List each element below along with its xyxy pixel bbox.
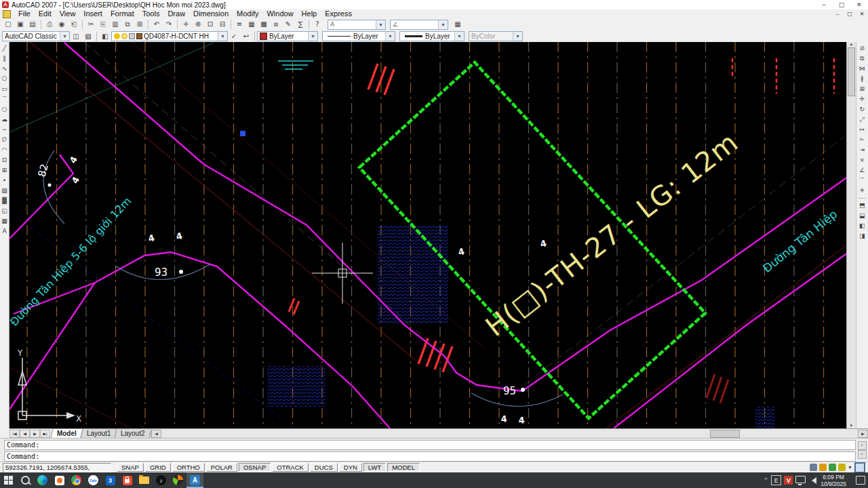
tray-settings-arrow[interactable]: ▼ [848,465,852,470]
copy-clip-button[interactable]: ⎘ [97,19,109,30]
rotate-button[interactable]: ↻ [857,104,867,114]
scrollbar-thumb[interactable] [710,430,740,438]
explode-button[interactable]: ✳ [857,186,867,195]
tiktok-taskbar-button[interactable]: ♪ [153,472,170,488]
match-properties-button[interactable]: ⧉ [121,19,134,30]
hatch-button[interactable]: ▨ [0,186,9,195]
circle-button[interactable]: ○ [0,104,9,114]
zoom-realtime-button[interactable]: ⊕ [192,19,204,30]
start-button[interactable] [0,472,17,488]
gradient-button[interactable]: ▓ [0,196,9,205]
draworder-front-button[interactable]: ⬒ [857,201,867,210]
offset-button[interactable]: ∦ [857,74,867,83]
extend-button[interactable]: ⇥ [857,145,867,155]
tab-nav-2[interactable]: ▶ [30,430,40,438]
toggle-snap[interactable]: SNAP [117,463,144,472]
photos-taskbar-button[interactable] [51,472,68,488]
hidden-icons-chevron[interactable]: ⌃ [764,477,769,484]
table-button[interactable]: ▦ [0,216,9,226]
designcenter-button[interactable]: ▦ [245,19,258,30]
revcloud-button[interactable]: ☁ [0,115,9,124]
polyline-button[interactable]: ∿ [0,64,9,73]
toggle-model[interactable]: MODEL [387,463,420,472]
pan-button[interactable]: ✛ [180,19,192,30]
autocad-taskbar-button[interactable]: A [186,472,203,488]
draworder-above-button[interactable]: ◧ [857,221,867,230]
layer-combo[interactable]: QD4087-H-DCNT HH ▼ [111,31,228,41]
properties-button[interactable]: ≡ [233,19,245,30]
speaker-icon[interactable] [808,477,816,484]
menu-modify[interactable]: Modify [233,9,262,18]
layer-lock-icon[interactable] [129,33,135,39]
draworder-under-button[interactable]: ◨ [857,231,867,241]
sheet-set-manager-button[interactable]: ⧈ [270,19,282,30]
layer-previous-button[interactable]: ↩ [240,31,252,42]
stretch-button[interactable]: ↦ [857,125,867,134]
help-button[interactable]: ? [311,19,323,30]
markup-button[interactable]: ✎ [282,19,294,30]
color-combo[interactable]: ByLayer ▼ [257,31,318,41]
menu-view[interactable]: View [56,9,80,18]
quickcalc-button[interactable]: ∑ [294,19,307,30]
break-button[interactable]: ⨯ [857,155,867,165]
chevron-down-icon[interactable]: ▼ [60,32,69,41]
toggle-polar[interactable]: POLAR [206,463,237,472]
chrome-taskbar-button[interactable] [68,472,85,488]
plot-button[interactable]: ⎙ [43,19,56,30]
arc-button[interactable]: ⌒ [0,94,9,104]
toggle-lwt[interactable]: LWT [363,463,386,472]
zoom-previous-button[interactable]: ⊟ [216,19,229,30]
tab-layout1[interactable]: Layout1 [80,428,117,438]
toolbar-lock-icon[interactable] [819,464,827,471]
app3-taskbar-button[interactable]: 3 [102,472,119,488]
workspace-combo[interactable]: AutoCAD Classic ▼ [2,31,70,41]
toggle-otrack[interactable]: OTRACK [272,463,309,472]
chevron-down-icon[interactable]: ▼ [376,20,385,29]
toggle-grid[interactable]: GRID [145,463,171,472]
coccoc-taskbar-button[interactable] [170,472,186,488]
ellipse-button[interactable]: ∅ [0,135,9,144]
command-history[interactable]: Command: [4,440,856,450]
close-button[interactable]: ✕ [850,0,868,9]
scroll-left-icon[interactable]: ◀ [151,430,161,438]
menu-express[interactable]: Express [321,9,356,18]
layer-on-bulb-icon[interactable] [114,33,120,39]
trim-button[interactable]: ✁ [857,135,867,144]
tab-nav-3[interactable]: ▶| [40,430,50,438]
shopee-taskbar-button[interactable] [119,472,136,488]
menu-help[interactable]: Help [298,9,321,18]
minimize-button[interactable]: – [815,0,833,9]
menu-tools[interactable]: Tools [138,9,164,18]
scroll-right-icon[interactable]: ▶ [858,430,868,438]
tab-model[interactable]: Model [51,428,83,438]
open-button[interactable]: ▣ [14,19,26,30]
standards-icon[interactable] [829,464,836,471]
rectangle-button[interactable]: ▭ [0,84,9,94]
line-button[interactable]: ╱ [0,43,9,53]
chevron-down-icon[interactable]: ▼ [438,20,448,29]
scroll-down-icon[interactable]: ▼ [849,424,853,428]
scroll-up-icon[interactable]: ˄ [858,441,867,450]
table-style-button[interactable]: ▦ [452,19,464,30]
layer-properties-button[interactable]: ◧ [99,31,111,42]
spline-button[interactable]: ∼ [0,125,9,134]
network-icon[interactable] [795,476,806,483]
draworder-back-button[interactable]: ⬓ [857,211,867,220]
unikey-tray-icon[interactable]: V [784,476,793,485]
doc-minimize-button[interactable]: – [831,10,844,18]
text-style-combo[interactable]: A ▼ [328,20,386,30]
toggle-osnap[interactable]: OSNAP [239,463,271,472]
tool-palettes-button[interactable]: ▩ [258,19,270,30]
chevron-down-icon[interactable]: ▼ [308,32,317,41]
menu-format[interactable]: Format [106,9,138,18]
paste-button[interactable]: ▥ [109,19,121,30]
drawing-area[interactable]: H(□)-TH-27 - LG: 12m Đường Tân Hiệp 5-6 … [9,42,846,428]
copy-button[interactable]: ⧉ [857,54,867,63]
publish-button[interactable]: ⎗ [68,19,80,30]
linetype-combo[interactable]: ByLayer ▼ [322,31,395,41]
vertical-scrollbar[interactable]: ▲ ▼ [847,42,856,428]
command-scrollbar[interactable]: ˄ ˅ [858,441,866,459]
menu-window[interactable]: Window [262,9,297,18]
ellipse-arc-button[interactable]: ◠ [0,145,9,155]
horizontal-scrollbar[interactable]: ◀ ▶ [151,429,868,438]
